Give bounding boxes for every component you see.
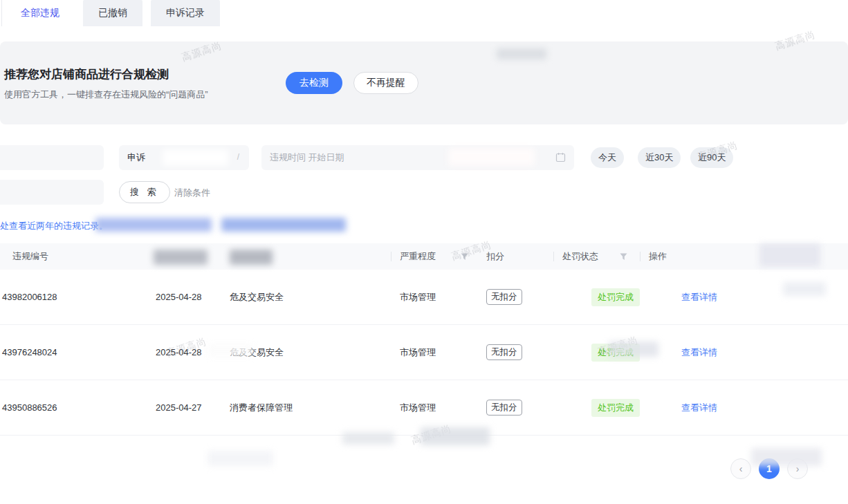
violation-date-input[interactable]: 违规时间 开始日期 [261, 145, 574, 170]
filter-input-1[interactable] [0, 145, 104, 170]
select-divider-icon: / [237, 152, 239, 162]
row-points: 无扣分 [481, 325, 553, 380]
search-button[interactable]: 搜 索 [119, 181, 170, 203]
points-badge: 无扣分 [486, 400, 522, 416]
col-points: 扣分 [481, 243, 553, 270]
redaction-blur [208, 451, 273, 466]
current-page-button[interactable]: 1 [759, 458, 780, 479]
table-row: 43976248024 2025-04-28 危及交易安全 市场管理 无扣分 处… [0, 325, 848, 380]
banner-subtitle: 使用官方工具，一键排查存在违规风险的“问题商品” [4, 88, 208, 101]
redaction-blur [221, 218, 346, 232]
col-date [152, 243, 228, 270]
table-row: 43982006128 2025-04-28 危及交易安全 市场管理 无扣分 处… [0, 270, 848, 325]
calendar-icon[interactable] [555, 152, 566, 165]
pagination: ‹ 1 › [730, 458, 808, 479]
row-type: 危及交易安全 [228, 325, 391, 380]
tab-bar: 全部违规 已撤销 申诉记录 [0, 0, 848, 26]
row-violation-id: 43950886526 [0, 380, 152, 435]
quick-range-today[interactable]: 今天 [591, 147, 624, 168]
quick-range-90days[interactable]: 近90天 [690, 147, 733, 168]
view-detail-link[interactable]: 查看详情 [681, 346, 717, 359]
row-severity: 市场管理 [391, 270, 481, 324]
row-type: 危及交易安全 [228, 270, 391, 324]
next-page-button[interactable]: › [787, 458, 808, 479]
history-notice-text: 处查看近两年的违规记录。 [0, 221, 108, 231]
history-notice: 处查看近两年的违规记录。 [0, 220, 108, 232]
appeal-select-label: 申诉 [127, 151, 145, 164]
col-violation-id: 违规编号 [0, 243, 152, 270]
table-row: 43950886526 2025-04-27 消费者保障管理 市场管理 无扣分 … [0, 380, 848, 436]
row-date: 2025-04-28 [152, 325, 228, 380]
row-date: 2025-04-28 [152, 270, 228, 324]
filter-input-2[interactable] [0, 180, 104, 205]
view-detail-link[interactable]: 查看详情 [681, 402, 717, 414]
status-badge: 处罚完成 [591, 288, 640, 306]
row-action: 查看详情 [640, 325, 848, 380]
row-type: 消费者保障管理 [228, 380, 391, 435]
row-action: 查看详情 [640, 380, 848, 435]
row-points: 无扣分 [481, 270, 553, 324]
col-severity: 严重程度 [391, 243, 481, 270]
table-header: 违规编号 严重程度 扣分 处罚状态 操作 [0, 243, 848, 270]
row-violation-id: 43982006128 [0, 270, 152, 324]
quick-range-30days[interactable]: 近30天 [638, 147, 681, 168]
row-status: 处罚完成 [553, 325, 640, 380]
prev-page-button[interactable]: ‹ [730, 458, 751, 479]
date-placeholder: 违规时间 开始日期 [270, 151, 344, 164]
col-severity-label: 严重程度 [400, 250, 436, 263]
banner-title: 推荐您对店铺商品进行合规检测 [4, 66, 169, 82]
redaction-blur [95, 218, 212, 232]
panel-left-edge [1, 0, 2, 26]
severity-filter-icon[interactable] [461, 253, 468, 261]
violations-table: 违规编号 严重程度 扣分 处罚状态 操作 43982006128 2025-04… [0, 243, 848, 436]
row-action: 查看详情 [640, 270, 848, 324]
points-badge: 无扣分 [486, 344, 522, 360]
col-status: 处罚状态 [553, 243, 640, 270]
banner-buttons: 去检测 不再提醒 [286, 72, 418, 94]
appeal-select[interactable]: 申诉 / [119, 145, 249, 170]
row-status: 处罚完成 [553, 380, 640, 435]
row-violation-id: 43976248024 [0, 325, 152, 380]
status-filter-icon[interactable] [620, 253, 627, 261]
row-severity: 市场管理 [391, 325, 481, 380]
status-badge: 处罚完成 [591, 344, 640, 362]
tab-revoked[interactable]: 已撤销 [83, 0, 142, 26]
view-detail-link[interactable]: 查看详情 [681, 291, 717, 304]
col-action: 操作 [640, 243, 848, 270]
tab-appeal-records[interactable]: 申诉记录 [151, 0, 220, 26]
dont-remind-button[interactable]: 不再提醒 [353, 72, 418, 94]
col-status-label: 处罚状态 [562, 250, 598, 263]
violations-page: 全部违规 已撤销 申诉记录 推荐您对店铺商品进行合规检测 使用官方工具，一键排查… [0, 0, 848, 504]
clear-filters-link[interactable]: 清除条件 [174, 187, 210, 199]
row-date: 2025-04-27 [152, 380, 228, 435]
col-type [228, 243, 391, 270]
row-points: 无扣分 [481, 380, 553, 435]
compliance-banner: 推荐您对店铺商品进行合规检测 使用官方工具，一键排查存在违规风险的“问题商品” … [0, 41, 848, 124]
row-status: 处罚完成 [553, 270, 640, 324]
points-badge: 无扣分 [486, 289, 522, 305]
go-check-button[interactable]: 去检测 [286, 72, 342, 94]
status-badge: 处罚完成 [591, 399, 640, 417]
row-severity: 市场管理 [391, 380, 481, 435]
tab-all-violations[interactable]: 全部违规 [6, 0, 75, 26]
